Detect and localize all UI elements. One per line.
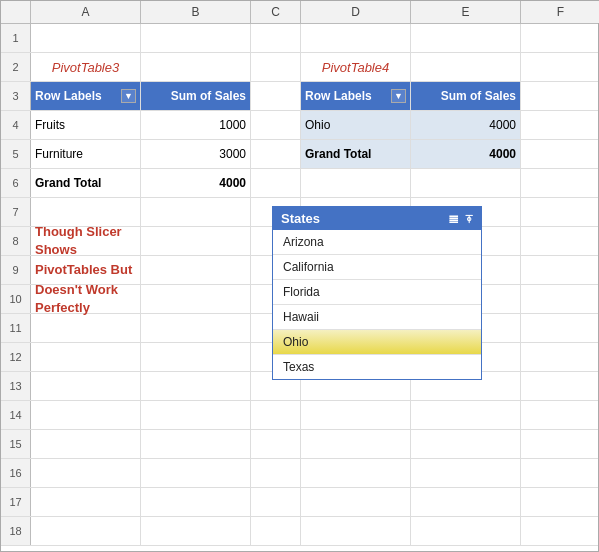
cell-b7[interactable]	[141, 198, 251, 226]
slicer[interactable]: States ≣ ⍕ Arizona California Florida Ha…	[272, 206, 482, 380]
slicer-item-california[interactable]: California	[273, 255, 481, 280]
cell-b10[interactable]	[141, 285, 251, 313]
slicer-item-texas[interactable]: Texas	[273, 355, 481, 379]
cell-c5[interactable]	[251, 140, 301, 168]
cell-b13[interactable]	[141, 372, 251, 400]
slicer-multiselect-icon[interactable]: ≣	[448, 211, 459, 226]
cell-f9[interactable]	[521, 256, 599, 284]
cell-e6[interactable]	[411, 169, 521, 197]
row-num-15: 15	[1, 430, 31, 458]
cell-b15[interactable]	[141, 430, 251, 458]
cell-c16[interactable]	[251, 459, 301, 487]
cell-b11[interactable]	[141, 314, 251, 342]
cell-a5[interactable]: Furniture	[31, 140, 141, 168]
cell-f11[interactable]	[521, 314, 599, 342]
cell-c4[interactable]	[251, 111, 301, 139]
cell-e18[interactable]	[411, 517, 521, 545]
cell-f4[interactable]	[521, 111, 599, 139]
cell-d1[interactable]	[301, 24, 411, 52]
slicer-item-arizona[interactable]: Arizona	[273, 230, 481, 255]
cell-a10[interactable]: Doesn't Work Perfectly	[31, 285, 141, 313]
cell-b6[interactable]: 4000	[141, 169, 251, 197]
cell-e17[interactable]	[411, 488, 521, 516]
cell-b8[interactable]	[141, 227, 251, 255]
cell-b1[interactable]	[141, 24, 251, 52]
cell-d3[interactable]: Row Labels ▼	[301, 82, 411, 110]
cell-c14[interactable]	[251, 401, 301, 429]
cell-e14[interactable]	[411, 401, 521, 429]
cell-c17[interactable]	[251, 488, 301, 516]
cell-a16[interactable]	[31, 459, 141, 487]
cell-f10[interactable]	[521, 285, 599, 313]
cell-e2[interactable]	[411, 53, 521, 81]
cell-d17[interactable]	[301, 488, 411, 516]
pivot2-dropdown[interactable]: ▼	[391, 89, 406, 103]
cell-b12[interactable]	[141, 343, 251, 371]
cell-a13[interactable]	[31, 372, 141, 400]
cell-f18[interactable]	[521, 517, 599, 545]
pivot1-dropdown[interactable]: ▼	[121, 89, 136, 103]
cell-a2[interactable]: PivotTable3	[31, 53, 141, 81]
slicer-item-ohio[interactable]: Ohio	[273, 330, 481, 355]
cell-a14[interactable]	[31, 401, 141, 429]
cell-c3[interactable]	[251, 82, 301, 110]
table-row: 6 Grand Total 4000	[1, 169, 598, 198]
cell-a1[interactable]	[31, 24, 141, 52]
cell-d4[interactable]: Ohio	[301, 111, 411, 139]
cell-c6[interactable]	[251, 169, 301, 197]
cell-f5[interactable]	[521, 140, 599, 168]
cell-f2[interactable]	[521, 53, 599, 81]
cell-d14[interactable]	[301, 401, 411, 429]
cell-f7[interactable]	[521, 198, 599, 226]
cell-f15[interactable]	[521, 430, 599, 458]
cell-d15[interactable]	[301, 430, 411, 458]
cell-a12[interactable]	[31, 343, 141, 371]
cell-a4[interactable]: Fruits	[31, 111, 141, 139]
cell-a17[interactable]	[31, 488, 141, 516]
cell-f12[interactable]	[521, 343, 599, 371]
cell-f13[interactable]	[521, 372, 599, 400]
cell-f3[interactable]	[521, 82, 599, 110]
slicer-item-hawaii[interactable]: Hawaii	[273, 305, 481, 330]
cell-e3[interactable]: Sum of Sales	[411, 82, 521, 110]
cell-d18[interactable]	[301, 517, 411, 545]
cell-b5[interactable]: 3000	[141, 140, 251, 168]
cell-a9[interactable]: PivotTables But	[31, 256, 141, 284]
cell-c2[interactable]	[251, 53, 301, 81]
slicer-clear-icon[interactable]: ⍕	[465, 211, 473, 226]
cell-b9[interactable]	[141, 256, 251, 284]
cell-b4[interactable]: 1000	[141, 111, 251, 139]
cell-f6[interactable]	[521, 169, 599, 197]
cell-b14[interactable]	[141, 401, 251, 429]
cell-f1[interactable]	[521, 24, 599, 52]
cell-b3[interactable]: Sum of Sales	[141, 82, 251, 110]
cell-a3[interactable]: Row Labels ▼	[31, 82, 141, 110]
cell-e16[interactable]	[411, 459, 521, 487]
cell-b16[interactable]	[141, 459, 251, 487]
cell-f16[interactable]	[521, 459, 599, 487]
cell-a8[interactable]: Though Slicer Shows	[31, 227, 141, 255]
cell-b2[interactable]	[141, 53, 251, 81]
cell-f8[interactable]	[521, 227, 599, 255]
cell-a7[interactable]	[31, 198, 141, 226]
cell-d16[interactable]	[301, 459, 411, 487]
cell-b18[interactable]	[141, 517, 251, 545]
cell-e1[interactable]	[411, 24, 521, 52]
cell-c1[interactable]	[251, 24, 301, 52]
cell-c18[interactable]	[251, 517, 301, 545]
cell-a11[interactable]	[31, 314, 141, 342]
cell-e5[interactable]: 4000	[411, 140, 521, 168]
cell-c15[interactable]	[251, 430, 301, 458]
cell-f14[interactable]	[521, 401, 599, 429]
cell-a15[interactable]	[31, 430, 141, 458]
cell-f17[interactable]	[521, 488, 599, 516]
cell-e4[interactable]: 4000	[411, 111, 521, 139]
cell-d6[interactable]	[301, 169, 411, 197]
cell-e15[interactable]	[411, 430, 521, 458]
cell-d5[interactable]: Grand Total	[301, 140, 411, 168]
cell-b17[interactable]	[141, 488, 251, 516]
cell-a6[interactable]: Grand Total	[31, 169, 141, 197]
cell-a18[interactable]	[31, 517, 141, 545]
cell-d2[interactable]: PivotTable4	[301, 53, 411, 81]
slicer-item-florida[interactable]: Florida	[273, 280, 481, 305]
